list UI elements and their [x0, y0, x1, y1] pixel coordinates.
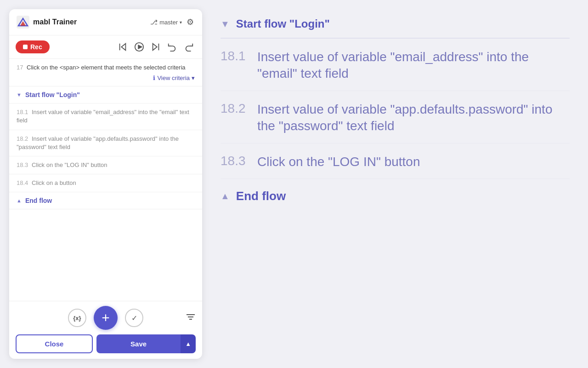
- svg-marker-8: [153, 44, 157, 51]
- sub-step-18-4-number: 18.4: [17, 179, 28, 186]
- info-icon: ℹ: [153, 75, 155, 81]
- skip-forward-button[interactable]: [149, 40, 163, 54]
- end-flow-section-header[interactable]: ▲ End flow: [9, 192, 202, 209]
- start-flow-section-label: Start flow "Login": [25, 91, 80, 98]
- sub-step-18-1-number: 18.1: [17, 109, 28, 115]
- sub-step-18-3-number: 18.3: [17, 161, 28, 168]
- flow-step-18-2-text: Insert value of variable "app.defaults.p…: [257, 101, 570, 135]
- svg-marker-4: [121, 44, 125, 51]
- sub-step-18-3: 18.3 Click on the "LOG IN" button: [9, 156, 202, 174]
- header-left: mabl Trainer: [17, 16, 77, 29]
- branch-button[interactable]: ⎇ master ▾: [150, 18, 182, 26]
- end-flow-arrow-icon: ▲: [17, 198, 22, 203]
- bottom-icons-row: {x} + ✓: [16, 306, 196, 330]
- view-criteria-row: ℹ View criteria ▾: [17, 75, 195, 81]
- flow-step-18-2: 18.2 Insert value of variable "app.defau…: [220, 91, 570, 144]
- app-title: mabl Trainer: [33, 18, 77, 26]
- step-17-text: Click on the <span> element that meets t…: [27, 64, 185, 71]
- variables-icon: {x}: [73, 315, 81, 322]
- step-17-item: 17 Click on the <span> element that meet…: [9, 59, 202, 86]
- skip-back-button[interactable]: [116, 40, 130, 54]
- sub-step-18-4-text: Click on a button: [32, 179, 76, 186]
- save-button-wrap: Save ▲: [96, 334, 196, 353]
- view-criteria-label: View criteria: [157, 75, 190, 81]
- flow-step-18-1-number: 18.1: [220, 49, 257, 63]
- panel-header: mabl Trainer ⎇ master ▾ ⚙: [9, 9, 202, 35]
- end-flow-header: ▲ End flow: [220, 179, 570, 211]
- filter-button[interactable]: [186, 312, 196, 324]
- start-flow-title: Start flow "Login": [236, 17, 330, 30]
- end-flow-expand-icon: ▲: [220, 191, 230, 201]
- check-button[interactable]: ✓: [125, 309, 143, 327]
- start-flow-section-header[interactable]: ▼ Start flow "Login": [9, 86, 202, 104]
- gear-icon: ⚙: [187, 17, 194, 27]
- branch-label: master: [159, 19, 178, 26]
- branch-chevron-icon: ▾: [180, 20, 182, 25]
- save-button[interactable]: Save: [96, 334, 181, 353]
- view-criteria-button[interactable]: ℹ View criteria ▾: [153, 75, 195, 81]
- sub-step-18-1: 18.1 Insert value of variable "email_add…: [9, 104, 202, 130]
- start-flow-arrow-icon: ▼: [17, 92, 22, 98]
- flow-step-18-3-number: 18.3: [220, 154, 257, 168]
- rec-square-icon: [23, 45, 28, 49]
- end-flow-label: End flow: [25, 197, 52, 204]
- branch-icon: ⎇: [150, 18, 158, 26]
- close-button[interactable]: Close: [16, 334, 93, 353]
- mabl-logo-icon: [17, 16, 29, 29]
- add-step-button[interactable]: +: [94, 306, 118, 330]
- panel-bottom: {x} + ✓ Close Save ▲: [9, 301, 202, 359]
- undo-button[interactable]: [165, 40, 179, 54]
- sub-step-18-4: 18.4 Click on a button: [9, 174, 202, 192]
- play-button[interactable]: [132, 40, 146, 54]
- sub-step-18-2-number: 18.2: [17, 135, 28, 142]
- check-icon: ✓: [131, 314, 137, 322]
- end-flow-title: End flow: [236, 189, 286, 203]
- view-criteria-chevron-icon: ▾: [192, 75, 195, 81]
- steps-list: 17 Click on the <span> element that meet…: [9, 59, 202, 301]
- flow-step-18-3-text: Click on the "LOG IN" button: [257, 154, 420, 170]
- right-panel: ▼ Start flow "Login" 18.1 Insert value o…: [202, 0, 588, 368]
- svg-marker-6: [138, 45, 141, 48]
- settings-button[interactable]: ⚙: [186, 16, 195, 28]
- start-flow-expand-icon: ▼: [220, 19, 230, 29]
- step-17-number: 17: [17, 64, 23, 71]
- sub-step-18-3-text: Click on the "LOG IN" button: [32, 161, 107, 168]
- flow-step-18-2-number: 18.2: [220, 101, 257, 116]
- plus-icon: +: [102, 311, 110, 325]
- left-panel: mabl Trainer ⎇ master ▾ ⚙ Rec: [9, 9, 202, 359]
- rec-button[interactable]: Rec: [16, 40, 50, 53]
- variables-button[interactable]: {x}: [68, 309, 86, 327]
- flow-step-18-3: 18.3 Click on the "LOG IN" button: [220, 144, 570, 179]
- flow-step-18-1-text: Insert value of variable "email_address"…: [257, 49, 570, 82]
- panel-toolbar: Rec: [9, 35, 202, 59]
- flow-step-18-1: 18.1 Insert value of variable "email_add…: [220, 39, 570, 91]
- redo-button[interactable]: [182, 40, 196, 54]
- save-dropdown-button[interactable]: ▲: [181, 334, 196, 353]
- start-flow-header: ▼ Start flow "Login": [220, 9, 570, 39]
- rec-label: Rec: [30, 43, 42, 51]
- sub-step-18-2-text: Insert value of variable "app.defaults.p…: [17, 135, 179, 150]
- sub-step-18-2: 18.2 Insert value of variable "app.defau…: [9, 130, 202, 156]
- save-chevron-icon: ▲: [185, 340, 191, 347]
- sub-step-18-1-text: Insert value of variable "email_address"…: [17, 109, 189, 124]
- bottom-actions: Close Save ▲: [16, 334, 196, 353]
